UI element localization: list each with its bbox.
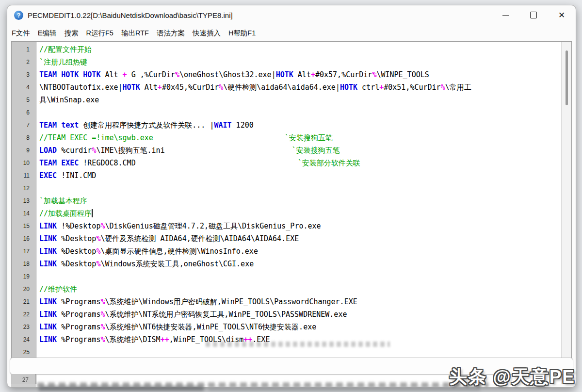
line-number: 21 [12,295,36,308]
line-number: 13 [12,195,36,207]
code-line[interactable]: 13`加载基本程序 [12,195,562,207]
line-number: 23 [12,321,36,333]
menu-item-4[interactable]: R运行F5 [86,28,114,39]
scrollbar-thumb[interactable] [566,50,568,105]
line-number: 2 [12,56,36,68]
line-number: 10 [12,157,36,169]
close-button[interactable]: ✕ [548,5,576,25]
menu-item-2[interactable]: E编辑 [37,28,57,39]
partial-line-number: 27 [11,374,35,387]
code-line[interactable]: 16LINK %Desktop%\硬件及系统检测 AIDA64,硬件检测\AID… [12,232,562,245]
line-number: 19 [12,270,36,283]
code-text: LINK %Desktop%\硬件及系统检测 AIDA64,硬件检测\AIDA6… [36,232,562,245]
code-text: TEAM EXEC !REGDOC8.CMD `安装部分软件关联 [36,157,562,169]
code-text: LINK %Programs%\系统维护\Windows用户密码破解,WinPE… [36,295,562,308]
code-text [36,346,562,359]
line-number: 14 [12,207,36,220]
code-line[interactable]: 19 [12,270,562,283]
code-line[interactable]: 11EXEC !INI.CMD [12,169,562,182]
menu-item-6[interactable]: 语法方案 [156,28,185,39]
code-text: \NTBOOTautofix.exe|HOTK Alt+#0x45,%CurDi… [36,81,562,94]
minimize-icon [502,15,509,16]
code-line[interactable]: 10TEAM EXEC !REGDOC8.CMD `安装部分软件关联 [12,157,562,169]
code-text: EXEC !INI.CMD [36,169,562,182]
code-text: TEAM HOTK HOTK Alt + G ,%CurDir%\oneGhos… [36,68,562,81]
code-line[interactable]: 17LINK %Desktop%\桌面显示硬件信息,硬件检测\WinosInfo… [12,245,562,258]
code-text: //维护软件 [36,283,562,295]
editor-area[interactable]: 1//配置文件开始2`注册几组热键3TEAM HOTK HOTK Alt + G… [11,41,572,384]
menu-item-1[interactable]: F文件 [11,28,31,39]
window-title: PECMDEDIT1.0.22[D:\BaiduNetdiskDownload\… [28,11,233,19]
vertical-scrollbar[interactable] [561,42,571,384]
code-text: `加载基本程序 [36,195,562,207]
code-text [36,182,562,195]
line-number: 12 [12,182,36,195]
code-line[interactable]: 21LINK %Programs%\系统维护\Windows用户密码破解,Win… [12,295,562,308]
line-number: 1 [12,43,36,56]
code-line[interactable]: 1//配置文件开始 [12,43,562,56]
app-window: ? PECMDEDIT1.0.22[D:\BaiduNetdiskDownloa… [7,5,576,388]
code-line[interactable]: 12 [12,182,562,195]
code-text: //TEAM EXEC =!ime\sgwb.exe `安装搜狗五笔 [36,131,562,144]
blurred-desktop-edge [39,386,204,391]
code-text: `注册几组热键 [36,56,562,68]
menu-item-3[interactable]: 搜索 [64,28,79,39]
code-line[interactable]: 18LINK %Desktop%\Windows系统安装工具,oneGhost\… [12,258,562,270]
line-number: 4 [12,81,36,94]
blurred-desktop-edge-2 [209,387,480,391]
line-number: 24 [12,333,36,346]
watermark-text: 头条 @天意PE [449,365,575,389]
help-question-icon: ? [14,11,23,20]
code-text: TEAM text 创建常用程序快捷方式及软件关联... |WAIT 1200 [36,119,562,131]
line-number: 20 [12,283,36,295]
blurred-text-smudge [206,342,390,347]
code-text [36,106,562,119]
code-lines: 1//配置文件开始2`注册几组热键3TEAM HOTK HOTK Alt + G… [12,43,562,359]
code-line[interactable]: 2`注册几组热键 [12,56,562,68]
code-line[interactable]: 25 [12,346,562,359]
line-number: 15 [12,220,36,232]
code-line[interactable]: 8//TEAM EXEC =!ime\sgwb.exe `安装搜狗五笔 [12,131,562,144]
maximize-button[interactable] [519,5,548,25]
menu-item-7[interactable]: 快速插入 [192,28,221,39]
code-line[interactable]: 9LOAD %curdir%\IME\搜狗五笔.ini `安装搜狗五笔 [12,144,562,157]
code-line[interactable]: 15LINK !%Desktop%\DiskGenius磁盘管理4.7.2,磁盘… [12,220,562,232]
code-line[interactable]: 3TEAM HOTK HOTK Alt + G ,%CurDir%\oneGho… [12,68,562,81]
code-line[interactable]: 7TEAM text 创建常用程序快捷方式及软件关联... |WAIT 1200 [12,119,562,131]
line-number: 16 [12,232,36,245]
line-number: 5 [12,94,36,106]
menu-item-8[interactable]: H帮助F1 [228,28,256,39]
code-text: //加载桌面程序 [36,207,562,220]
line-number: 17 [12,245,36,258]
code-line[interactable]: 6 [12,106,562,119]
window-controls: ✕ [491,5,576,25]
line-number: 25 [12,346,36,359]
code-text: 具\WinSnap.exe [36,94,562,106]
line-number: 9 [12,144,36,157]
title-bar[interactable]: ? PECMDEDIT1.0.22[D:\BaiduNetdiskDownloa… [7,5,576,25]
maximize-icon [530,12,537,18]
menu-bar: F文件E编辑搜索R运行F5输出RTF语法方案快速插入H帮助F1 [11,26,256,40]
line-number: 22 [12,308,36,321]
code-line[interactable]: 14//加载桌面程序 [12,207,562,220]
code-text: LINK %Desktop%\Windows系统安装工具,oneGhost\CG… [36,258,562,270]
close-icon: ✕ [558,11,565,19]
code-text [36,270,562,283]
line-number: 3 [12,68,36,81]
code-line[interactable]: 4\NTBOOTautofix.exe|HOTK Alt+#0x45,%CurD… [12,81,562,94]
code-line[interactable]: 5具\WinSnap.exe [12,94,562,106]
code-text: LINK %Programs%\系统维护\NT系统用户密码恢复工具,WinPE_… [36,308,562,321]
code-line[interactable]: 22LINK %Programs%\系统维护\NT系统用户密码恢复工具,WinP… [12,308,562,321]
line-number: 7 [12,119,36,131]
line-number: 11 [12,169,36,182]
line-number: 8 [12,131,36,144]
code-text: LINK %Programs%\系统维护\NT6快捷安装器,WinPE_TOOL… [36,321,562,333]
code-line[interactable]: 23LINK %Programs%\系统维护\NT6快捷安装器,WinPE_TO… [12,321,562,333]
menu-item-5[interactable]: 输出RTF [121,28,149,39]
minimize-button[interactable] [491,5,519,25]
code-text: LINK !%Desktop%\DiskGenius磁盘管理4.7.2,磁盘工具… [36,220,562,232]
code-text: LINK %Desktop%\桌面显示硬件信息,硬件检测\WinosInfo.e… [36,245,562,258]
code-text: //配置文件开始 [36,43,562,56]
code-line[interactable]: 20//维护软件 [12,283,562,295]
line-number: 6 [12,106,36,119]
